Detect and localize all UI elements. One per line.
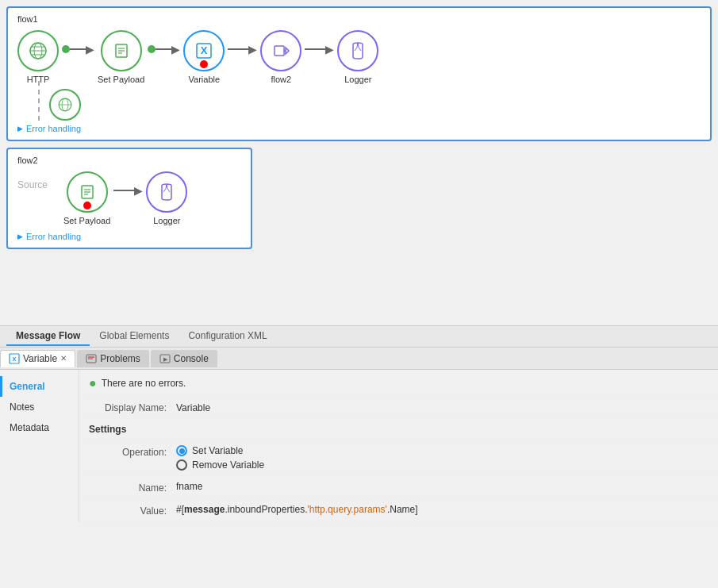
panel-body: General Notes Metadata ● There are no er… [0, 370, 718, 522]
value-string: 'http.query.params' [307, 504, 386, 515]
tab-configuration-xml[interactable]: Configuration XML [179, 327, 276, 346]
line2 [156, 48, 171, 50]
arrow1: ▶ [62, 43, 94, 56]
canvas-tab-bar: Message Flow Global Elements Configurati… [0, 325, 718, 348]
svg-text:X: X [201, 44, 208, 56]
flow2-title: flow2 [17, 156, 241, 165]
operation-label: Operation: [89, 445, 176, 458]
tab-message-flow[interactable]: Message Flow [6, 327, 90, 346]
svg-text:▶: ▶ [163, 356, 167, 362]
logger-1-circle[interactable] [337, 30, 378, 71]
variable-label: Variable [189, 75, 221, 84]
set-payload-1-icon [110, 40, 132, 62]
status-message: There are no errors. [102, 378, 186, 389]
flow2-arrowhead: ▶ [134, 184, 143, 197]
left-sidebar: General Notes Metadata [0, 370, 79, 522]
flow2-error-handling-label: Error handling [26, 232, 81, 241]
tab-global-elements[interactable]: Global Elements [90, 327, 179, 346]
console-panel-tab[interactable]: ▶ Console [151, 350, 217, 367]
variable-node[interactable]: X Variable [183, 30, 225, 84]
variable-panel-tab[interactable]: X Variable ✕ [0, 350, 75, 367]
set-variable-radio[interactable]: Set Variable [176, 445, 708, 456]
name-value[interactable]: fname [176, 481, 708, 492]
value-bold: message [184, 504, 225, 515]
sidebar-item-general[interactable]: General [0, 376, 79, 397]
set-payload-1-label: Set Payload [98, 75, 144, 84]
logger-1-icon [347, 40, 369, 62]
set-variable-radio-btn[interactable] [176, 445, 187, 456]
variable-icon: X [193, 40, 215, 62]
flow1-container: flow1 HTTP ▶ [6, 6, 712, 141]
connector-dot-2 [148, 45, 156, 53]
operation-radio-group: Set Variable Remove Variable [176, 445, 708, 471]
flow2-nodes: Set Payload ▶ Logger [63, 168, 187, 229]
flow1-title: flow1 [17, 14, 701, 24]
arrowhead3: ▶ [248, 43, 257, 56]
value-row: Value: #[message.inboundProperties.'http… [79, 499, 718, 522]
set-payload-2-red-dot [83, 202, 91, 209]
variable-tab-icon: X [9, 353, 20, 364]
status-bar: ● There are no errors. [79, 370, 718, 398]
set-payload-2-node[interactable]: Set Payload [63, 171, 110, 225]
flow2-ref-label: flow2 [271, 75, 291, 84]
flow2-ref-icon [270, 40, 292, 62]
sidebar-item-metadata[interactable]: Metadata [0, 417, 79, 438]
set-payload-2-circle[interactable] [67, 171, 108, 213]
flow1-error-handling[interactable]: Error handling [17, 124, 701, 133]
http-icon [27, 40, 49, 62]
http-subflow [27, 81, 701, 121]
value-content[interactable]: #[message.inboundProperties.'http.query.… [176, 504, 708, 515]
value-label: Value: [89, 504, 176, 517]
display-name-value[interactable]: Variable [176, 402, 708, 413]
logger-2-circle[interactable] [146, 171, 187, 213]
set-payload-2-icon [76, 181, 98, 203]
flow2-line [113, 190, 134, 191]
set-payload-1-node[interactable]: Set Payload [98, 30, 144, 84]
name-label: Name: [89, 481, 176, 494]
bottom-section: X Variable ✕ Problems ▶ Console [0, 348, 718, 588]
logger-2-node[interactable]: Logger [146, 171, 187, 225]
flow2-container: flow2 Source Set Payload [6, 148, 252, 249]
line4 [305, 48, 325, 50]
http-node-circle[interactable] [17, 30, 59, 71]
svg-text:X: X [12, 355, 17, 363]
logger-2-label: Logger [153, 216, 180, 225]
set-variable-label: Set Variable [192, 445, 243, 456]
arrowhead2: ▶ [171, 43, 180, 56]
settings-header: Settings [79, 419, 718, 440]
flow2-arrow: ▶ [113, 184, 143, 197]
display-name-row: Display Name: Variable [79, 398, 718, 419]
http-sub-circle[interactable] [49, 89, 81, 121]
panel-header: X Variable ✕ Problems ▶ Console [0, 348, 718, 370]
set-payload-1-circle[interactable] [101, 30, 142, 71]
value-suffix: .Name] [387, 504, 418, 515]
variable-node-circle[interactable]: X [183, 30, 225, 71]
svg-marker-12 [286, 48, 289, 54]
logger-1-node[interactable]: Logger [337, 30, 378, 84]
http-node[interactable]: HTTP [17, 30, 59, 84]
remove-variable-radio[interactable]: Remove Variable [176, 459, 708, 471]
arrowhead1: ▶ [86, 43, 94, 56]
line3 [228, 48, 248, 50]
flow2-ref-node[interactable]: flow2 [260, 30, 301, 84]
connector-dot-1 [62, 45, 70, 53]
arrow2: ▶ [148, 43, 180, 56]
logger-1-label: Logger [344, 75, 371, 84]
flow2-error-handling[interactable]: Error handling [17, 232, 241, 241]
arrowhead4: ▶ [325, 43, 334, 56]
right-content: ● There are no errors. Display Name: Var… [79, 370, 718, 522]
flow2-ref-circle[interactable] [260, 30, 301, 71]
flow2-inner: Source Set Payload [17, 168, 241, 229]
http-sub-node[interactable] [49, 89, 81, 121]
error-handling-label: Error handling [26, 124, 81, 133]
remove-variable-radio-btn[interactable] [176, 459, 187, 471]
dashed-line [38, 81, 40, 121]
value-prefix: #[ [176, 504, 184, 515]
arrow3: ▶ [228, 43, 257, 56]
value-mid: .inboundProperties. [225, 504, 307, 515]
sidebar-item-notes[interactable]: Notes [0, 397, 79, 417]
http-sub-icon [56, 96, 74, 113]
display-name-label: Display Name: [89, 402, 176, 413]
problems-panel-tab[interactable]: Problems [77, 350, 149, 367]
variable-tab-close[interactable]: ✕ [60, 354, 67, 363]
